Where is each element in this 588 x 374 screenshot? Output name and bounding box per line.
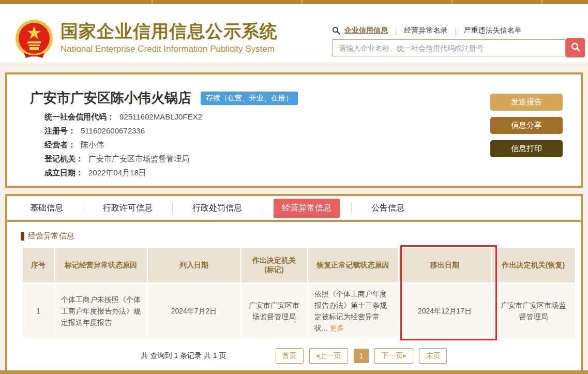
field-label: 注册号： <box>44 126 76 135</box>
tab-separator <box>262 202 262 214</box>
field-registration-number: 注册号：511602600672336 <box>44 124 202 138</box>
detail-panel: 基础信息 行政许可信息 行政处罚信息 经营异常信息 公告信息 经营异常信息 序号… <box>5 194 583 370</box>
search-input[interactable] <box>332 39 566 56</box>
tab-administrative-license[interactable]: 行政许可信息 <box>95 199 161 218</box>
site-header: 国家企业信用信息公示系统 National Enterprise Credit … <box>0 4 588 63</box>
search-button[interactable] <box>566 38 585 57</box>
reason-restored-text: 依照《个体工商户年度报告办法》第十三条规定被标记为经营异常状... <box>314 290 387 332</box>
site-title-block: 国家企业信用信息公示系统 National Enterprise Credit … <box>61 21 278 54</box>
table-header-row: 序号 标记经营异常状态原因 列入日期 作出决定机关 (标记) 恢复正常记载状态原… <box>23 248 575 282</box>
company-fields: 统一社会信用代码：92511602MABLJ0FEX2 注册号：51160260… <box>44 110 202 179</box>
prev-page-button[interactable]: ◂上一页 <box>309 348 348 364</box>
field-value: 92511602MABLJ0FEX2 <box>119 112 202 121</box>
next-page-button[interactable]: 下一页▸ <box>374 348 413 364</box>
topbar-divider <box>541 0 542 4</box>
field-label: 登记机关： <box>44 154 83 163</box>
field-registration-authority: 登记机关：广安市广安区市场监督管理局 <box>44 152 202 166</box>
send-report-button[interactable]: 发送报告 <box>490 94 563 111</box>
search-bar <box>332 38 585 57</box>
quick-links: 企业信用信息 | 经营异常名录 | 严重违法失信名单 <box>332 26 522 35</box>
link-abnormal-operations-list[interactable]: 经营异常名录 <box>404 26 447 35</box>
bottom-gold-bar <box>0 370 588 374</box>
field-value: 511602600672336 <box>81 126 145 135</box>
site-title: 国家企业信用信息公示系统 <box>61 21 278 41</box>
field-label: 成立日期： <box>44 168 83 177</box>
topbar-divider <box>451 0 453 4</box>
col-header-authority-marked: 作出决定机关 (标记) <box>241 248 307 282</box>
field-value: 2022年04月18日 <box>88 168 146 177</box>
topbar-divider <box>152 0 153 4</box>
cell-reason-marked: 个体工商户未按照《个体工商户年度报告办法》规定报送年度报告 <box>55 283 147 338</box>
national-emblem-logo <box>13 19 55 60</box>
tab-administrative-penalty[interactable]: 行政处罚信息 <box>184 199 250 218</box>
abnormal-operations-table: 序号 标记经营异常状态原因 列入日期 作出决定机关 (标记) 恢复正常记载状态原… <box>22 247 576 339</box>
field-establishment-date: 成立日期：2022年04月18日 <box>44 166 202 179</box>
company-info-panel: 广安市广安区陈小伟火锅店 存续（在营、开业、在册） 统一社会信用代码：92511… <box>5 72 583 188</box>
site-subtitle: National Enterprise Credit Information P… <box>61 44 278 54</box>
first-page-button[interactable]: 首页 <box>276 348 304 364</box>
search-icon <box>570 42 581 54</box>
tab-bar: 基础信息 行政许可信息 行政处罚信息 经营异常信息 公告信息 <box>7 196 581 222</box>
tab-abnormal-operations[interactable]: 经营异常信息 <box>274 199 340 218</box>
tab-announcements[interactable]: 公告信息 <box>363 199 413 218</box>
table-row: 1 个体工商户未按照《个体工商户年度报告办法》规定报送年度报告 2024年7月2… <box>23 283 575 338</box>
cell-authority-marked: 广安市广安区市场监督管理局 <box>241 283 307 338</box>
tab-separator <box>172 202 173 214</box>
field-label: 经营者： <box>44 140 76 149</box>
share-info-button[interactable]: 信息分享 <box>490 117 563 134</box>
link-serious-violation-list[interactable]: 严重违法失信名单 <box>464 26 522 35</box>
status-badge: 存续（在营、开业、在册） <box>201 92 298 105</box>
field-label: 统一社会信用代码： <box>44 112 114 121</box>
company-header: 广安市广安区陈小伟火锅店 存续（在营、开业、在册） <box>30 89 298 107</box>
link-separator: | <box>395 27 397 35</box>
col-header-date-out: 移出日期 <box>399 248 491 282</box>
col-header-index: 序号 <box>23 248 54 282</box>
cell-date-out: 2024年12月17日 <box>399 283 491 338</box>
abnormal-operations-table-wrap: 序号 标记经营异常状态原因 列入日期 作出决定机关 (标记) 恢复正常记载状态原… <box>22 247 575 339</box>
company-name: 广安市广安区陈小伟火锅店 <box>30 89 191 107</box>
pagination: 共 查询到 1 条记录 共 1 页 首页 ◂上一页 1 下一页▸ 末页 <box>7 348 581 364</box>
col-header-authority-restored: 作出决定机关(恢复) <box>492 248 575 282</box>
cell-index: 1 <box>23 283 54 338</box>
section-header: 经营异常信息 <box>21 231 581 241</box>
cell-authority-restored: 广安市广安区市场监督管理局 <box>492 283 575 338</box>
col-header-reason-restored: 恢复正常记载状态原因 <box>308 248 398 282</box>
col-header-date-in: 列入日期 <box>148 248 240 282</box>
pagination-buttons: 首页 ◂上一页 1 下一页▸ 末页 <box>276 348 447 364</box>
tab-basic-info[interactable]: 基础信息 <box>22 199 71 218</box>
field-credit-code: 统一社会信用代码：92511602MABLJ0FEX2 <box>44 110 202 124</box>
tab-separator <box>83 202 83 214</box>
field-operator: 经营者：陈小伟 <box>44 138 202 152</box>
section-title: 经营异常信息 <box>28 231 74 241</box>
link-separator: | <box>455 27 456 35</box>
cell-reason-restored: 依照《个体工商户年度报告办法》第十三条规定被标记为经营异常状... 更多 <box>308 283 398 338</box>
field-value: 陈小伟 <box>81 140 104 149</box>
field-value: 广安市广安区市场监督管理局 <box>88 154 189 163</box>
company-action-buttons: 发送报告 信息分享 信息打印 <box>490 94 563 157</box>
search-icon <box>332 26 340 35</box>
section-marker-bar <box>21 232 24 241</box>
last-page-button[interactable]: 末页 <box>419 348 447 364</box>
record-count-summary: 共 查询到 1 条记录 共 1 页 <box>141 351 227 361</box>
print-info-button[interactable]: 信息打印 <box>490 140 563 157</box>
top-gold-bar <box>0 0 588 4</box>
current-page-button[interactable]: 1 <box>354 349 369 363</box>
topbar-divider <box>301 0 303 4</box>
more-link[interactable]: 更多 <box>330 324 344 332</box>
link-enterprise-credit-info[interactable]: 企业信用信息 <box>344 26 388 35</box>
tab-separator <box>351 202 352 214</box>
col-header-reason-marked: 标记经营异常状态原因 <box>55 248 147 282</box>
cell-date-in: 2024年7月2日 <box>148 283 240 338</box>
